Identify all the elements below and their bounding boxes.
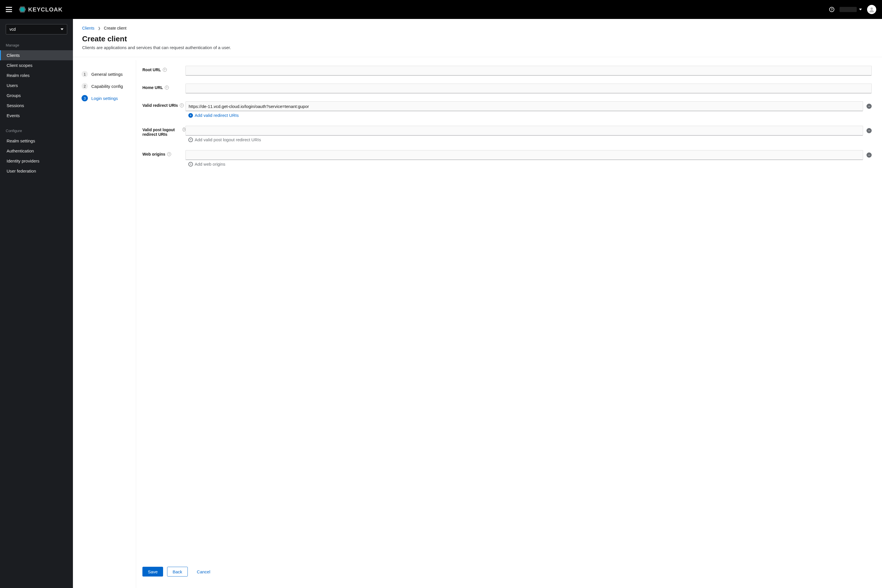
cancel-button[interactable]: Cancel xyxy=(192,567,216,576)
wizard-step-login-settings[interactable]: 3 Login settings xyxy=(80,92,133,104)
plus-circle-icon: + xyxy=(188,138,193,142)
wizard-step-number: 1 xyxy=(81,71,88,77)
sidebar-item-label: Realm settings xyxy=(7,138,35,143)
wizard-step-number: 3 xyxy=(81,95,88,101)
avatar[interactable] xyxy=(867,5,876,14)
sidebar-item-authentication[interactable]: Authentication xyxy=(0,146,73,156)
sidebar-item-label: Sessions xyxy=(7,103,24,108)
sidebar-item-groups[interactable]: Groups xyxy=(0,90,73,100)
root-url-label: Root URL xyxy=(142,68,161,72)
sidebar: vcd Manage Clients Client scopes Realm r… xyxy=(0,19,73,588)
sidebar-item-clients[interactable]: Clients xyxy=(0,50,73,60)
wizard-step-label: General settings xyxy=(91,72,123,76)
wizard-step-number: 2 xyxy=(81,83,88,89)
wizard-nav: 1 General settings 2 Capability config 3… xyxy=(73,60,136,588)
sidebar-item-label: Client scopes xyxy=(7,63,33,68)
menu-toggle-icon[interactable] xyxy=(6,7,12,12)
home-url-input[interactable] xyxy=(186,84,872,93)
valid-post-logout-redirect-uri-input[interactable] xyxy=(186,126,863,135)
topbar: KEYCLOAK ? xyxy=(0,0,882,19)
sidebar-item-client-scopes[interactable]: Client scopes xyxy=(0,60,73,70)
chevron-right-icon: ❯ xyxy=(98,26,100,30)
help-icon[interactable]: ? xyxy=(165,86,169,90)
sidebar-item-identity-providers[interactable]: Identity providers xyxy=(0,156,73,166)
page-description: Clients are applications and services th… xyxy=(82,45,873,50)
add-valid-redirect-uris[interactable]: + Add valid redirect URIs xyxy=(186,113,872,118)
chevron-down-icon xyxy=(61,28,63,30)
help-icon[interactable]: ? xyxy=(180,104,184,107)
remove-icon[interactable]: − xyxy=(867,104,872,109)
breadcrumb-current: Create client xyxy=(104,26,127,30)
realm-selected: vcd xyxy=(9,27,16,32)
sidebar-item-realm-settings[interactable]: Realm settings xyxy=(0,136,73,146)
web-origins-label: Web origins xyxy=(142,152,165,156)
back-button[interactable]: Back xyxy=(167,567,188,576)
help-icon[interactable]: ? xyxy=(163,68,167,72)
wizard-step-general-settings[interactable]: 1 General settings xyxy=(80,68,133,80)
sidebar-item-label: User federation xyxy=(7,168,36,173)
sidebar-section-manage: Manage xyxy=(0,40,73,50)
sidebar-item-label: Identity providers xyxy=(7,159,39,164)
page-title: Create client xyxy=(82,34,873,44)
help-icon[interactable]: ? xyxy=(167,152,171,156)
home-url-label: Home URL xyxy=(142,85,163,90)
add-valid-post-logout-redirect-uris[interactable]: + Add valid post logout redirect URIs xyxy=(186,137,872,142)
sidebar-item-label: Authentication xyxy=(7,148,34,153)
sidebar-item-label: Clients xyxy=(7,53,20,58)
wizard-step-capability-config[interactable]: 2 Capability config xyxy=(80,80,133,92)
realm-selector[interactable]: vcd xyxy=(6,24,67,34)
main-content: Clients ❯ Create client Create client Cl… xyxy=(73,19,882,588)
breadcrumb-parent[interactable]: Clients xyxy=(82,26,94,30)
svg-point-2 xyxy=(870,8,873,10)
add-link-label: Add web origins xyxy=(195,162,225,166)
sidebar-section-configure: Configure xyxy=(0,125,73,136)
help-icon[interactable]: ? xyxy=(183,128,186,132)
sidebar-item-users[interactable]: Users xyxy=(0,80,73,90)
plus-circle-icon: + xyxy=(188,162,193,166)
user-name-redacted xyxy=(840,7,857,12)
breadcrumb: Clients ❯ Create client xyxy=(73,19,882,30)
valid-post-logout-redirect-uris-label: Valid post logout redirect URIs xyxy=(142,128,181,136)
add-link-label: Add valid redirect URIs xyxy=(195,113,238,118)
web-origin-input[interactable] xyxy=(186,150,863,160)
remove-icon[interactable]: − xyxy=(867,128,872,133)
wizard-form: Root URL ? Home URL ? xyxy=(136,57,882,588)
save-button[interactable]: Save xyxy=(142,567,163,576)
sidebar-item-user-federation[interactable]: User federation xyxy=(0,166,73,176)
remove-icon[interactable]: − xyxy=(867,153,872,158)
add-link-label: Add valid post logout redirect URIs xyxy=(195,137,261,142)
valid-redirect-uri-input[interactable] xyxy=(186,101,863,111)
wizard-step-label: Login settings xyxy=(91,96,118,101)
valid-redirect-uris-label: Valid redirect URIs xyxy=(142,103,178,108)
sidebar-item-label: Groups xyxy=(7,93,21,98)
brand-logo[interactable]: KEYCLOAK xyxy=(18,6,63,14)
sidebar-item-label: Realm roles xyxy=(7,73,30,78)
sidebar-item-events[interactable]: Events xyxy=(0,111,73,121)
wizard-step-label: Capability config xyxy=(91,84,123,89)
plus-circle-icon: + xyxy=(188,113,193,118)
sidebar-item-sessions[interactable]: Sessions xyxy=(0,100,73,111)
brand-name: KEYCLOAK xyxy=(28,6,63,13)
user-menu[interactable] xyxy=(840,7,862,12)
keycloak-logo-icon xyxy=(18,6,26,14)
root-url-input[interactable] xyxy=(186,66,872,75)
help-icon[interactable]: ? xyxy=(829,7,834,12)
sidebar-item-realm-roles[interactable]: Realm roles xyxy=(0,70,73,80)
chevron-down-icon xyxy=(859,9,862,10)
add-web-origins[interactable]: + Add web origins xyxy=(186,162,872,166)
sidebar-item-label: Users xyxy=(7,83,18,88)
sidebar-item-label: Events xyxy=(7,113,20,118)
wizard-footer: Save Back Cancel xyxy=(142,555,872,582)
